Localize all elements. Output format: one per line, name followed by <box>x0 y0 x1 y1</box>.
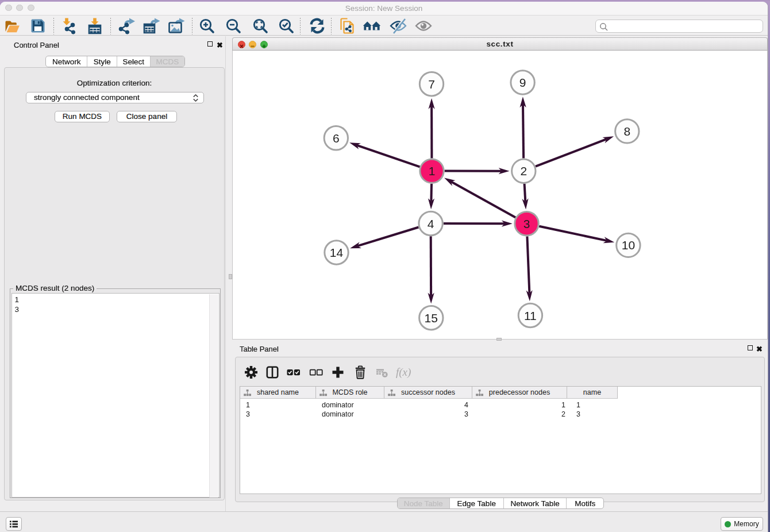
svg-text:11: 11 <box>524 309 537 322</box>
svg-text:3: 3 <box>523 217 530 230</box>
svg-text:6: 6 <box>333 132 340 145</box>
svg-text:1: 1 <box>429 164 436 178</box>
svg-text:4: 4 <box>428 217 434 230</box>
svg-text:2: 2 <box>520 164 527 178</box>
svg-text:8: 8 <box>623 125 630 138</box>
svg-text:15: 15 <box>425 311 438 325</box>
svg-text:10: 10 <box>622 238 635 252</box>
svg-text:9: 9 <box>519 76 526 89</box>
svg-text:14: 14 <box>330 246 344 259</box>
svg-text:7: 7 <box>428 78 435 91</box>
